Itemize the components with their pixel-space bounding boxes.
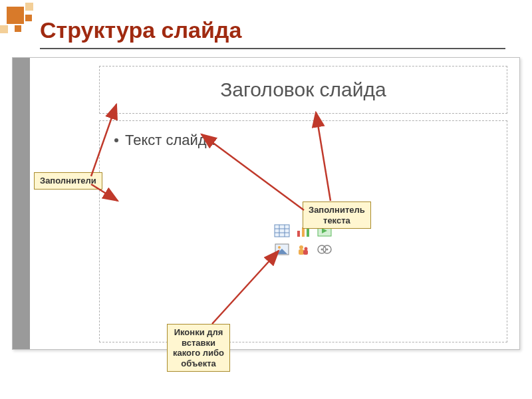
title-placeholder-text: Заголовок слайда xyxy=(220,78,386,101)
corner-decoration-square xyxy=(15,25,21,32)
title-underline xyxy=(40,48,505,49)
media-icon[interactable] xyxy=(315,241,334,257)
svg-rect-0 xyxy=(275,225,289,237)
svg-rect-16 xyxy=(303,250,308,255)
callout-insert-icons: Иконки для вставки какого либо объекта xyxy=(167,324,230,372)
title-placeholder[interactable]: Заголовок слайда xyxy=(99,66,507,114)
corner-decoration-square xyxy=(7,7,24,24)
people-icon[interactable] xyxy=(294,241,313,257)
svg-rect-6 xyxy=(302,227,305,237)
content-placeholder[interactable]: Текст слайда xyxy=(99,120,507,342)
svg-rect-5 xyxy=(297,231,300,237)
bullet-dot-icon xyxy=(114,138,118,142)
svg-point-11 xyxy=(278,246,281,249)
diagram-frame: Заголовок слайда Текст слайда xyxy=(12,57,520,350)
callout-placeholders: Заполнители xyxy=(34,172,102,190)
bullet-text: Текст слайда xyxy=(125,132,215,149)
corner-decoration-square xyxy=(25,15,32,21)
corner-decoration-square xyxy=(25,3,33,11)
svg-point-13 xyxy=(299,245,303,249)
table-icon[interactable] xyxy=(273,223,291,239)
svg-point-20 xyxy=(327,249,329,251)
bullet-row: Текст слайда xyxy=(114,132,492,149)
image-icon[interactable] xyxy=(273,241,291,257)
grey-sidebar-strip xyxy=(13,58,30,349)
svg-point-14 xyxy=(305,247,308,251)
corner-decoration-square xyxy=(0,25,8,33)
callout-text-placeholder: Заполнитель текста xyxy=(303,201,371,229)
svg-rect-15 xyxy=(299,249,304,255)
svg-point-19 xyxy=(321,249,323,251)
page-title: Структура слайда xyxy=(40,17,241,43)
